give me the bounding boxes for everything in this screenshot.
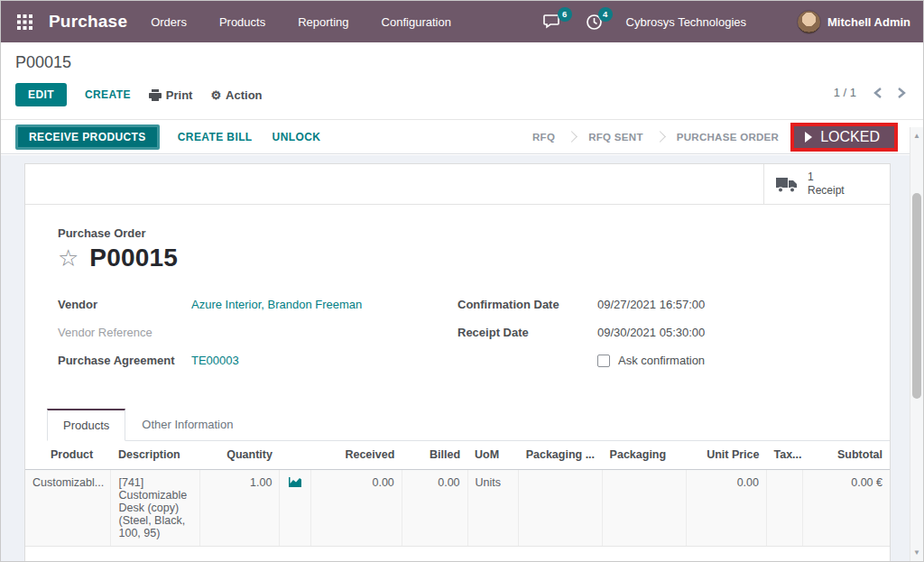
field-receipt-date: Receipt Date 09/30/2021 05:30:00 [457,326,857,341]
col-description[interactable]: Description [111,441,199,470]
col-unit-price[interactable]: Unit Price [687,441,767,470]
receive-products-button[interactable]: RECEIVE PRODUCTS [15,124,160,150]
apps-grid-icon[interactable] [17,14,32,30]
col-uom[interactable]: UoM [467,441,519,470]
ask-confirmation-checkbox[interactable] [597,355,610,367]
col-packaging-qty[interactable]: Packaging ... [519,441,603,470]
tab-other-information[interactable]: Other Information [125,409,249,440]
col-forecast [280,441,310,470]
state-purchase-order[interactable]: PURCHASE ORDER [665,132,790,143]
cell-uom[interactable]: Units [467,470,519,547]
status-bar: RECEIVE PRODUCTS CREATE BILL UNLOCK RFQ … [1,120,912,154]
edit-button[interactable]: EDIT [15,83,67,106]
doc-type-label: Purchase Order [58,226,857,240]
col-received[interactable]: Received [310,441,402,470]
cell-unit-price[interactable]: 0.00 [687,470,767,547]
action-button[interactable]: ⚙ Action [210,88,262,102]
cell-taxes[interactable] [767,470,803,547]
field-confirmation-date: Confirmation Date 09/27/2021 16:57:00 [457,298,857,313]
favorite-star-icon[interactable]: ☆ [58,246,79,270]
confirmation-date-value: 09/27/2021 16:57:00 [597,298,705,311]
state-separator-icon [654,131,666,143]
vertical-scrollbar[interactable]: ▲ ▼ [910,127,923,561]
company-switcher[interactable]: Cybrosys Technologies [626,15,746,29]
document-title: P00015 [89,244,178,272]
messages-count-badge: 6 [558,7,572,22]
notebook-tabs: Products Other Information [47,409,890,441]
printer-icon [149,89,162,101]
pager-next-icon[interactable] [897,87,907,99]
cell-received[interactable]: 0.00 [310,470,402,547]
tab-products[interactable]: Products [47,409,125,441]
gear-icon: ⚙ [210,88,221,102]
fields-right-column: Confirmation Date 09/27/2021 16:57:00 Re… [457,298,857,382]
activities-count-badge: 4 [598,7,613,22]
state-separator-icon [566,131,578,143]
print-button[interactable]: Print [149,88,193,102]
cell-packaging[interactable] [603,470,687,547]
messages-button[interactable]: 6 [543,14,562,30]
user-avatar[interactable] [797,10,821,34]
field-purchase-agreement: Purchase Agreement TE00003 [58,354,457,369]
col-billed[interactable]: Billed [402,441,467,470]
vendor-link[interactable]: Azure Interior, Brandon Freeman [191,298,362,311]
cell-billed[interactable]: 0.00 [402,470,467,547]
pager-previous-icon[interactable] [873,87,882,99]
col-quantity[interactable]: Quantity [199,441,280,470]
col-subtotal[interactable]: Subtotal [803,441,890,470]
truck-icon [775,175,799,193]
unlock-button[interactable]: UNLOCK [273,131,321,143]
breadcrumb[interactable]: P00015 [15,53,909,72]
button-box: 1 Receipt [25,164,890,205]
col-packaging[interactable]: Packaging [603,441,687,470]
table-header-row: Product Description Quantity Received Bi… [25,441,890,470]
top-navbar: Purchase Orders Products Reporting Confi… [1,1,923,42]
forecast-chart-icon[interactable] [280,470,310,547]
scrollbar-thumb[interactable] [912,193,921,399]
app-name[interactable]: Purchase [49,12,127,32]
state-rfq[interactable]: RFQ [521,132,567,143]
create-button[interactable]: CREATE [85,88,131,101]
pager-count: 1 / 1 [834,86,856,99]
cell-product[interactable]: Customizabl... [25,470,111,547]
purchase-agreement-link[interactable]: TE00003 [191,354,239,367]
form-view-area: 1 Receipt Purchase Order ☆ P00015 Vendor… [1,155,912,561]
field-ask-confirmation: Ask confirmation [457,354,857,369]
cell-subtotal[interactable]: 0.00 € [803,470,890,547]
cell-packaging-qty[interactable] [519,470,603,547]
nav-menu-reporting[interactable]: Reporting [298,15,348,29]
cell-quantity[interactable]: 1.00 [199,470,280,547]
order-lines-table: Product Description Quantity Received Bi… [25,441,890,547]
receipt-stat-button[interactable]: 1 Receipt [763,164,890,204]
field-vendor: Vendor Azure Interior, Brandon Freeman [58,298,457,313]
field-vendor-reference: Vendor Reference [58,326,457,341]
receipt-count: 1 [808,170,845,184]
control-panel: P00015 EDIT CREATE Print ⚙ Action 1 / 1 [1,42,923,120]
status-pipeline: RFQ RFQ SENT PURCHASE ORDER LOCKED [521,120,898,153]
activities-button[interactable]: 4 [586,14,603,31]
nav-menu-orders[interactable]: Orders [151,15,187,29]
receipt-date-value: 09/30/2021 05:30:00 [597,326,705,339]
user-menu[interactable]: Mitchell Admin [827,15,910,29]
pager: 1 / 1 [834,86,907,99]
fields-left-column: Vendor Azure Interior, Brandon Freeman V… [58,298,457,382]
state-rfq-sent[interactable]: RFQ SENT [577,132,655,143]
scroll-up-icon[interactable]: ▲ [910,132,923,140]
state-locked-highlighted[interactable]: LOCKED [790,123,898,152]
state-arrow-icon [805,132,812,143]
ask-confirmation-label: Ask confirmation [618,354,705,367]
receipt-label: Receipt [808,184,845,198]
order-line-row[interactable]: Customizabl... [741] Customizable Desk (… [25,470,890,547]
col-product[interactable]: Product [25,441,111,470]
nav-menu-configuration[interactable]: Configuration [382,15,451,29]
cell-description[interactable]: [741] Customizable Desk (copy) (Steel, B… [111,470,199,547]
create-bill-button[interactable]: CREATE BILL [178,131,253,143]
nav-menu-products[interactable]: Products [219,15,265,29]
form-sheet: 1 Receipt Purchase Order ☆ P00015 Vendor… [24,163,891,561]
col-taxes[interactable]: Tax... [767,441,803,470]
scroll-down-icon[interactable]: ▼ [910,548,923,557]
